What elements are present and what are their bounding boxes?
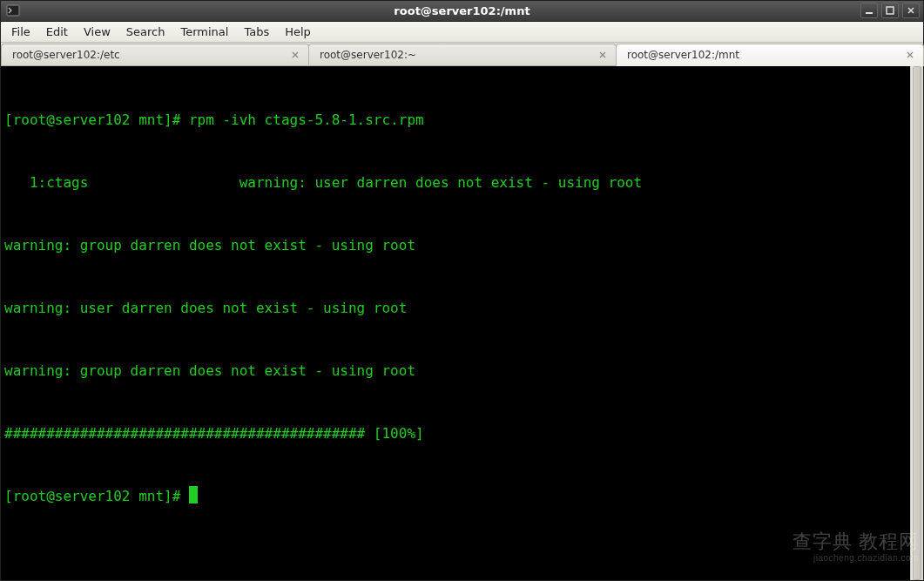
terminal-prompt-line: [root@server102 mnt]# xyxy=(4,486,920,507)
tab-mnt[interactable]: root@server102:/mnt xyxy=(616,44,924,66)
terminal-line: warning: group darren does not exist - u… xyxy=(4,361,920,382)
terminal-line: ########################################… xyxy=(4,423,920,444)
app-icon xyxy=(6,3,20,17)
tabbar: root@server102:/etc root@server102:~ roo… xyxy=(1,43,923,66)
scrollbar-trough[interactable] xyxy=(911,66,923,580)
terminal-cursor xyxy=(189,486,198,503)
minimize-button[interactable] xyxy=(860,3,878,18)
terminal-line: warning: user darren does not exist - us… xyxy=(4,298,920,319)
tab-label: root@server102:/mnt xyxy=(627,49,899,61)
svg-rect-2 xyxy=(887,7,894,14)
menu-search[interactable]: Search xyxy=(119,23,172,41)
menubar: File Edit View Search Terminal Tabs Help xyxy=(1,22,923,43)
tab-label: root@server102:/etc xyxy=(12,49,284,61)
scrollbar[interactable] xyxy=(910,66,923,580)
terminal-window: root@server102:/mnt File Edit View Searc… xyxy=(0,0,924,581)
scrollbar-thumb[interactable] xyxy=(913,66,921,580)
tab-close-icon[interactable] xyxy=(289,49,301,61)
tab-close-icon[interactable] xyxy=(904,49,916,61)
menu-file[interactable]: File xyxy=(4,23,37,41)
terminal-line: warning: group darren does not exist - u… xyxy=(4,235,920,256)
window-title: root@server102:/mnt xyxy=(1,4,923,17)
svg-rect-0 xyxy=(7,5,19,16)
titlebar: root@server102:/mnt xyxy=(1,1,923,22)
svg-rect-1 xyxy=(866,12,873,14)
terminal-line: [root@server102 mnt]# rpm -ivh ctags-5.8… xyxy=(4,110,920,131)
close-button[interactable] xyxy=(902,3,920,18)
window-controls xyxy=(860,3,920,18)
menu-view[interactable]: View xyxy=(77,23,118,41)
tab-etc[interactable]: root@server102:/etc xyxy=(1,44,309,65)
maximize-button[interactable] xyxy=(881,3,899,18)
terminal-output[interactable]: [root@server102 mnt]# rpm -ivh ctags-5.8… xyxy=(1,66,923,580)
menu-tabs[interactable]: Tabs xyxy=(237,23,276,41)
tab-home[interactable]: root@server102:~ xyxy=(308,44,617,65)
menu-edit[interactable]: Edit xyxy=(39,23,75,41)
terminal-line: 1:ctags warning: user darren does not ex… xyxy=(4,172,920,193)
tab-label: root@server102:~ xyxy=(320,49,591,61)
tab-close-icon[interactable] xyxy=(597,49,609,61)
terminal-prompt: [root@server102 mnt]# xyxy=(4,488,189,504)
menu-terminal[interactable]: Terminal xyxy=(173,23,235,41)
menu-help[interactable]: Help xyxy=(278,23,318,41)
